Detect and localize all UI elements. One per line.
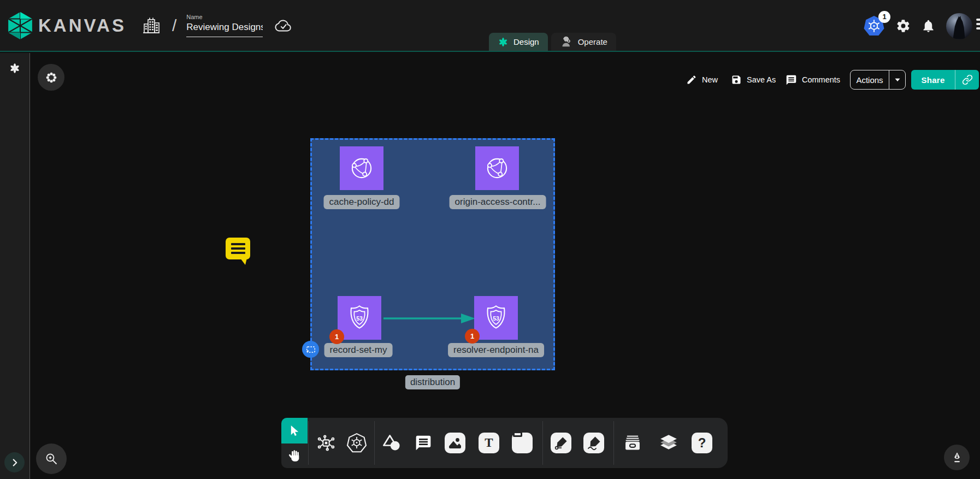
- layers-icon: [659, 434, 678, 452]
- context-count-badge: 1: [878, 11, 890, 23]
- image-icon: [445, 433, 465, 453]
- design-name-field: Name: [186, 14, 263, 37]
- shapes-tool-button[interactable]: [380, 431, 404, 455]
- sketch-pen-tool-button[interactable]: [582, 431, 606, 455]
- design-name-label: Name: [186, 14, 263, 20]
- sidebar-expand-button[interactable]: [4, 452, 25, 472]
- node-label-resolver-endpoint[interactable]: resolver-endpoint-na: [448, 343, 544, 357]
- svg-text:53: 53: [356, 315, 363, 322]
- shapes-icon: [382, 433, 402, 453]
- overflow-menu-icon[interactable]: [976, 19, 980, 33]
- settings-gear-icon[interactable]: [896, 19, 911, 33]
- edge-pen-tool-button[interactable]: [549, 431, 573, 455]
- node-origin-access-control[interactable]: [475, 146, 519, 190]
- comments-button[interactable]: Comments: [786, 70, 840, 90]
- hand-icon: [288, 449, 302, 463]
- edge-record-to-resolver[interactable]: [381, 311, 477, 326]
- pan-tool-button[interactable]: [281, 443, 308, 468]
- canvas-comment-marker[interactable]: [226, 238, 250, 259]
- text-tool-button[interactable]: T: [477, 431, 501, 455]
- mode-tabs: Design Operate: [489, 33, 616, 51]
- design-spiral-icon: [498, 37, 509, 48]
- meshery-spiral-icon[interactable]: [9, 62, 21, 74]
- brand-logo[interactable]: KANVAS: [8, 11, 126, 40]
- notifications-bell-icon[interactable]: [921, 19, 936, 33]
- node-label-cache-policy[interactable]: cache-policy-dd: [323, 195, 399, 209]
- kubernetes-tool-button[interactable]: [345, 431, 369, 455]
- cursor-arrow-icon: [288, 424, 301, 437]
- node-record-set[interactable]: 53: [338, 296, 381, 340]
- comments-button-label: Comments: [802, 75, 840, 84]
- magnifier-plus-icon: [44, 452, 58, 466]
- pencil-icon: [686, 74, 697, 85]
- circuit-chip-icon: [316, 433, 336, 453]
- dashed-rect-icon: [305, 344, 316, 355]
- header-right-group: 1: [863, 0, 972, 52]
- user-avatar[interactable]: [946, 13, 972, 39]
- actions-dropdown-label: Actions: [851, 75, 889, 85]
- flower-icon: [45, 71, 58, 84]
- kubernetes-wheel-icon: [346, 433, 367, 453]
- new-button[interactable]: New: [686, 70, 718, 90]
- select-tool-button[interactable]: [281, 418, 308, 443]
- share-button-label: Share: [911, 75, 955, 85]
- node-label-record-set[interactable]: record-set-my: [324, 343, 393, 357]
- brand-wordmark: KANVAS: [38, 15, 126, 36]
- annotation-pen-button[interactable]: [944, 445, 970, 470]
- svg-text:53: 53: [493, 315, 499, 322]
- link-icon: [962, 74, 973, 85]
- comment-bubble-icon: [415, 434, 432, 452]
- floppy-icon: [731, 74, 742, 85]
- route53-shield-icon: 53: [481, 303, 511, 333]
- kanvas-hexagon-icon: [8, 11, 33, 40]
- organization-icon[interactable]: [141, 16, 161, 36]
- left-sidebar: [0, 53, 30, 479]
- node-label-origin-access[interactable]: origin-access-contr...: [450, 195, 546, 209]
- group-label-distribution[interactable]: distribution: [405, 375, 460, 389]
- tab-design-label: Design: [513, 37, 539, 46]
- comment-tool-button[interactable]: [411, 431, 435, 455]
- app-header: KANVAS / Name Design Operate 1: [0, 0, 980, 52]
- share-button[interactable]: Share: [911, 70, 979, 90]
- layers-tool-button[interactable]: [657, 431, 681, 455]
- route53-shield-icon: 53: [345, 303, 374, 333]
- issue-badge-resolver-endpoint[interactable]: 1: [465, 329, 480, 344]
- save-as-button-label: Save As: [747, 75, 776, 84]
- operate-person-icon: [560, 36, 573, 49]
- new-button-label: New: [702, 75, 718, 84]
- actions-dropdown-button[interactable]: Actions: [850, 70, 906, 90]
- design-name-input[interactable]: [186, 22, 263, 37]
- comment-lines-icon: [786, 74, 797, 86]
- breadcrumb-slash: /: [172, 16, 176, 35]
- help-tool-button[interactable]: ?: [690, 431, 714, 455]
- panel-tool-button[interactable]: [510, 431, 534, 455]
- help-icon: ?: [692, 433, 712, 453]
- edge-pen-icon: [551, 433, 571, 453]
- panel-icon: [512, 433, 533, 453]
- tab-operate-label: Operate: [578, 37, 607, 46]
- tab-design[interactable]: Design: [489, 33, 548, 51]
- sketch-pen-icon: [583, 433, 604, 453]
- node-cache-policy[interactable]: [340, 146, 383, 190]
- save-as-button[interactable]: Save As: [731, 70, 776, 90]
- tab-operate[interactable]: Operate: [551, 33, 616, 51]
- zoom-in-button[interactable]: [36, 443, 67, 474]
- media-tool-button[interactable]: [443, 431, 467, 455]
- chevron-down-icon: [893, 75, 902, 85]
- drawer-icon: [623, 433, 642, 453]
- drawer-tool-button[interactable]: [621, 431, 645, 455]
- actions-caret-button[interactable]: [889, 70, 905, 89]
- chevron-right-icon: [9, 457, 21, 469]
- issue-badge-record-set[interactable]: 1: [329, 329, 344, 344]
- kanvas-app: KANVAS / Name Design Operate 1: [0, 0, 980, 479]
- cloudfront-globe-icon: [482, 153, 512, 183]
- group-select-handle[interactable]: [302, 341, 319, 358]
- node-resolver-endpoint[interactable]: 53: [474, 296, 518, 340]
- components-tool-button[interactable]: [314, 431, 338, 455]
- bottom-toolbar: T ?: [281, 418, 728, 468]
- cloudfront-globe-icon: [347, 153, 376, 183]
- copy-link-button[interactable]: [955, 70, 979, 90]
- kubernetes-context-button[interactable]: 1: [863, 15, 885, 38]
- text-tool-icon: T: [479, 433, 499, 453]
- dock-toggle-button[interactable]: [38, 64, 64, 91]
